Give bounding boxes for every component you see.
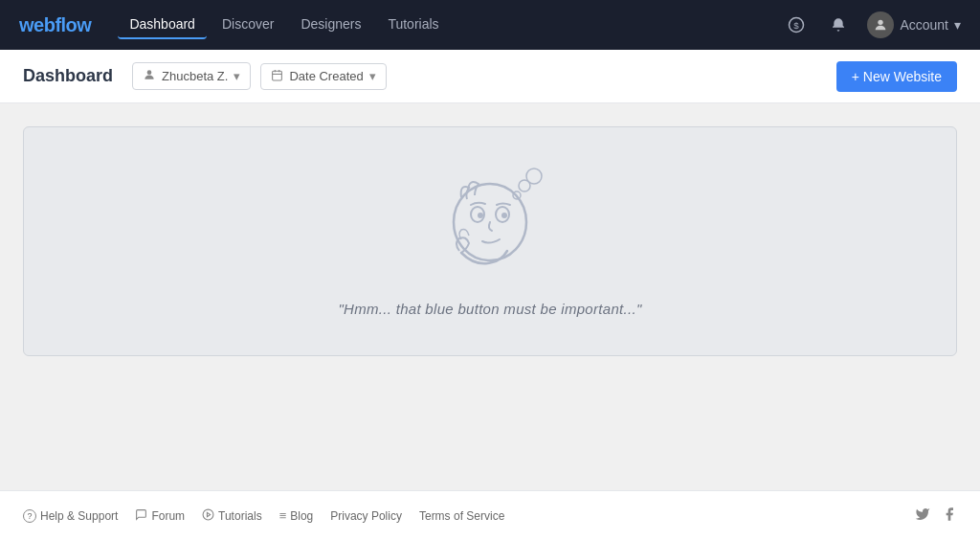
user-filter-button[interactable]: Zhucbeta Z. ▾ [132,62,251,90]
calendar-icon [271,69,283,84]
footer-blog[interactable]: ≡ Blog [279,508,314,523]
facebook-icon[interactable] [942,506,957,525]
svg-marker-17 [207,512,210,516]
nav-dashboard[interactable]: Dashboard [118,11,207,39]
nav-links: Dashboard Discover Designers Tutorials [118,11,783,39]
notifications-icon[interactable] [825,11,852,38]
twitter-icon[interactable] [915,506,930,525]
footer-privacy-label: Privacy Policy [330,509,402,523]
svg-point-16 [203,509,213,520]
footer-help-support[interactable]: ? Help & Support [23,509,118,523]
svg-point-2 [879,20,883,25]
tutorials-icon [202,508,214,524]
brand-name: webflow [19,14,91,36]
account-menu[interactable]: Account ▾ [867,11,961,38]
svg-point-12 [501,213,507,218]
footer-privacy[interactable]: Privacy Policy [330,509,402,523]
footer-social [915,506,957,525]
user-icon [143,68,156,84]
footer-forum[interactable]: Forum [135,508,185,524]
footer: ? Help & Support Forum Tutorials ≡ Blog … [0,490,980,540]
nav-tutorials[interactable]: Tutorials [376,11,450,39]
footer-tutorials-label: Tutorials [218,509,262,523]
navbar-right: $ Account ▾ [783,11,961,38]
footer-blog-label: Blog [290,509,313,523]
nav-discover[interactable]: Discover [211,11,285,39]
avatar [867,11,894,38]
thinking-face-illustration [433,167,547,281]
account-label: Account [900,17,948,33]
user-filter-chevron-icon: ▾ [234,69,240,83]
new-website-button[interactable]: + New Website [836,61,957,92]
svg-point-10 [478,213,483,218]
toolbar: Dashboard Zhucbeta Z. ▾ Date Created ▾ +… [0,50,980,103]
svg-point-3 [147,70,152,75]
blog-icon: ≡ [279,508,287,523]
brand-logo[interactable]: webflow [19,14,91,36]
date-filter-label: Date Created [289,69,363,83]
user-filter-label: Zhucbeta Z. [162,69,228,83]
footer-tos[interactable]: Terms of Service [419,509,504,523]
svg-text:$: $ [794,20,800,31]
svg-point-15 [526,169,542,184]
navbar: webflow Dashboard Discover Designers Tut… [0,0,980,50]
help-icon: ? [23,509,36,523]
footer-tos-label: Terms of Service [419,509,504,523]
svg-rect-4 [273,71,282,80]
footer-tutorials[interactable]: Tutorials [202,508,262,524]
forum-icon [135,508,147,524]
billing-icon[interactable]: $ [783,11,810,38]
page-title: Dashboard [23,66,113,86]
footer-links: ? Help & Support Forum Tutorials ≡ Blog … [23,508,915,524]
nav-designers[interactable]: Designers [289,11,372,39]
footer-forum-label: Forum [151,509,185,523]
footer-help-label: Help & Support [40,509,118,523]
date-filter-button[interactable]: Date Created ▾ [260,63,386,90]
date-filter-chevron-icon: ▾ [369,69,376,83]
main-content: "Hmm... that blue button must be importa… [0,103,980,490]
empty-state-message: "Hmm... that blue button must be importa… [338,301,641,317]
account-chevron-icon: ▾ [954,17,961,33]
empty-state-panel: "Hmm... that blue button must be importa… [23,126,957,356]
